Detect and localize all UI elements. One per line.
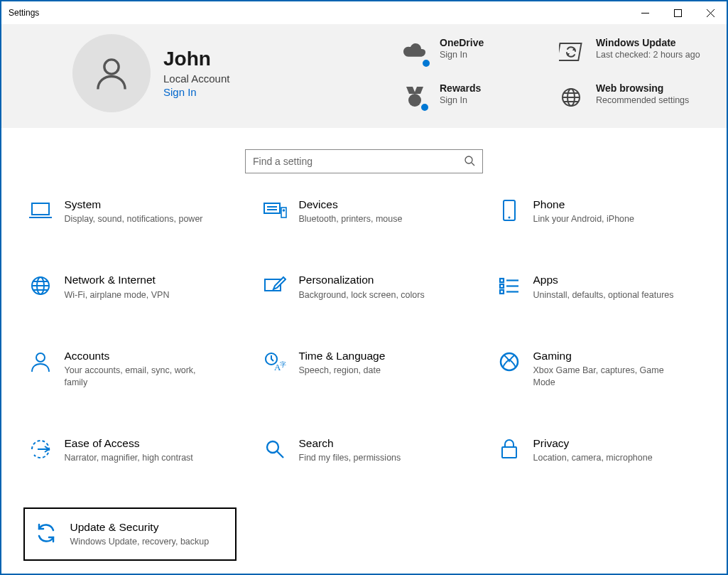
windows-update-subtitle: Last checked: 2 hours ago <box>596 49 700 61</box>
category-desc: Windows Update, recovery, backup <box>70 536 210 548</box>
category-desc: Background, lock screen, colors <box>299 289 425 301</box>
svg-rect-25 <box>500 279 504 282</box>
web-browsing-title: Web browsing <box>596 82 689 94</box>
avatar <box>72 34 151 112</box>
category-desc: Display, sound, notifications, power <box>65 213 203 225</box>
signin-link[interactable]: Sign In <box>163 86 229 98</box>
globe-icon <box>23 273 58 299</box>
category-desc: Speech, region, date <box>299 365 386 377</box>
windows-update-title: Windows Update <box>596 37 700 48</box>
category-title: Ease of Access <box>65 436 193 450</box>
svg-point-20 <box>508 217 510 219</box>
rewards-title: Rewards <box>440 82 481 94</box>
category-title: Gaming <box>533 349 683 362</box>
svg-text:字: 字 <box>280 361 286 368</box>
sync-box-icon <box>556 37 586 67</box>
category-desc: Location, camera, microphone <box>533 452 653 464</box>
category-system[interactable]: System Display, sound, notifications, po… <box>23 193 237 230</box>
user-icon <box>92 54 131 92</box>
header-tiles: OneDrive Sign In Windows Update <box>400 34 705 112</box>
header-band: John Local Account Sign In OneDrive Sign… <box>1 24 727 128</box>
svg-point-10 <box>465 156 472 163</box>
header-tile-windows-update[interactable]: Windows Update Last checked: 2 hours ago <box>556 37 705 67</box>
svg-point-37 <box>267 441 278 453</box>
header-tile-text: OneDrive Sign In <box>440 37 484 61</box>
header-tile-text: Windows Update Last checked: 2 hours ago <box>596 37 700 61</box>
category-network[interactable]: Network & Internet Wi-Fi, airplane mode,… <box>23 269 237 305</box>
lock-icon <box>492 436 526 462</box>
svg-rect-17 <box>281 208 286 217</box>
user-name: John <box>163 48 229 70</box>
globe-icon <box>556 82 586 112</box>
category-phone[interactable]: Phone Link your Android, iPhone <box>492 193 705 230</box>
category-apps[interactable]: Apps Uninstall, defaults, optional featu… <box>492 269 705 305</box>
category-desc: Your accounts, email, sync, work, family <box>65 365 214 389</box>
category-personalization[interactable]: Personalization Background, lock screen,… <box>258 269 471 305</box>
search-input[interactable]: Find a setting <box>245 149 483 173</box>
svg-rect-27 <box>500 284 504 288</box>
category-desc: Find my files, permissions <box>299 452 401 464</box>
categories-scroll[interactable]: System Display, sound, notifications, po… <box>1 193 727 574</box>
svg-point-4 <box>104 60 119 74</box>
title-bar: Settings <box>1 1 727 24</box>
user-block[interactable]: John Local Account Sign In <box>72 34 357 112</box>
svg-rect-12 <box>32 203 49 215</box>
close-button[interactable] <box>694 2 727 23</box>
onedrive-subtitle: Sign In <box>440 49 484 61</box>
svg-point-31 <box>36 353 45 362</box>
settings-grid: System Display, sound, notifications, po… <box>23 193 705 561</box>
category-title: Update & Security <box>70 520 210 534</box>
rewards-subtitle: Sign In <box>440 95 481 107</box>
category-desc: Uninstall, defaults, optional features <box>533 289 674 301</box>
category-title: Time & Language <box>299 349 386 362</box>
header-tile-text: Rewards Sign In <box>440 82 481 107</box>
category-title: Personalization <box>299 273 425 286</box>
person-icon <box>23 349 58 375</box>
category-ease-of-access[interactable]: Ease of Access Narrator, magnifier, high… <box>23 432 237 468</box>
category-desc: Link your Android, iPhone <box>533 213 634 225</box>
user-text: John Local Account Sign In <box>163 48 229 99</box>
header-tile-web-browsing[interactable]: Web browsing Recommended settings <box>556 82 705 112</box>
keyboard-icon <box>258 198 292 223</box>
header-tile-onedrive[interactable]: OneDrive Sign In <box>400 37 549 67</box>
category-desc: Bluetooth, printers, mouse <box>299 213 403 225</box>
category-search[interactable]: Search Find my files, permissions <box>258 432 471 468</box>
search-placeholder: Find a setting <box>253 156 464 167</box>
category-accounts[interactable]: Accounts Your accounts, email, sync, wor… <box>23 345 237 393</box>
paint-icon <box>258 273 292 299</box>
category-title: Search <box>299 436 401 450</box>
category-time-language[interactable]: A 字 Time & Language Speech, region, date <box>258 345 471 393</box>
medal-icon <box>400 82 430 112</box>
settings-window: Settings John Local Account <box>0 0 728 575</box>
category-devices[interactable]: Devices Bluetooth, printers, mouse <box>258 193 471 230</box>
window-controls <box>629 2 727 23</box>
search-wrap: Find a setting <box>1 128 727 193</box>
laptop-icon <box>23 198 58 223</box>
time-language-icon: A 字 <box>258 349 292 375</box>
svg-line-11 <box>472 163 474 166</box>
onedrive-title: OneDrive <box>440 37 484 48</box>
svg-line-38 <box>277 451 283 458</box>
category-desc: Narrator, magnifier, high contrast <box>65 452 193 464</box>
category-desc: Wi-Fi, airplane mode, VPN <box>65 289 170 301</box>
category-title: Accounts <box>65 349 214 362</box>
category-title: Phone <box>533 198 634 211</box>
category-title: Network & Internet <box>65 273 170 286</box>
minimize-button[interactable] <box>629 2 661 23</box>
category-update-security[interactable]: Update & Security Windows Update, recove… <box>23 507 237 561</box>
svg-point-6 <box>408 94 421 107</box>
account-type: Local Account <box>163 72 229 85</box>
sync-icon <box>29 520 63 546</box>
category-privacy[interactable]: Privacy Location, camera, microphone <box>492 432 705 468</box>
magnifier-icon <box>258 436 292 462</box>
header-tile-rewards[interactable]: Rewards Sign In <box>400 82 549 112</box>
search-icon <box>464 155 475 168</box>
maximize-button[interactable] <box>661 2 694 23</box>
category-gaming[interactable]: Gaming Xbox Game Bar, captures, Game Mod… <box>492 345 705 393</box>
header-tile-text: Web browsing Recommended settings <box>596 82 689 107</box>
svg-point-18 <box>282 209 285 212</box>
svg-rect-29 <box>500 290 504 294</box>
category-title: Privacy <box>533 436 653 450</box>
cloud-icon <box>400 37 430 67</box>
svg-rect-1 <box>674 9 681 16</box>
